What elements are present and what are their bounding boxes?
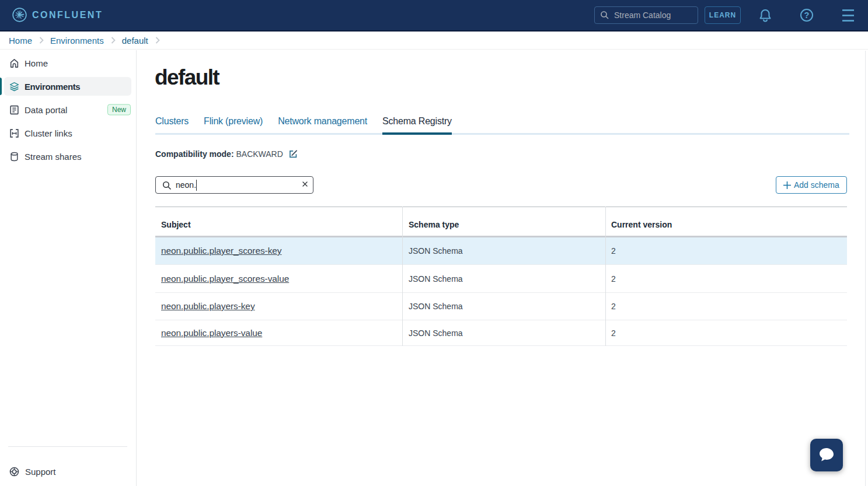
svg-text:?: ? xyxy=(804,11,810,20)
